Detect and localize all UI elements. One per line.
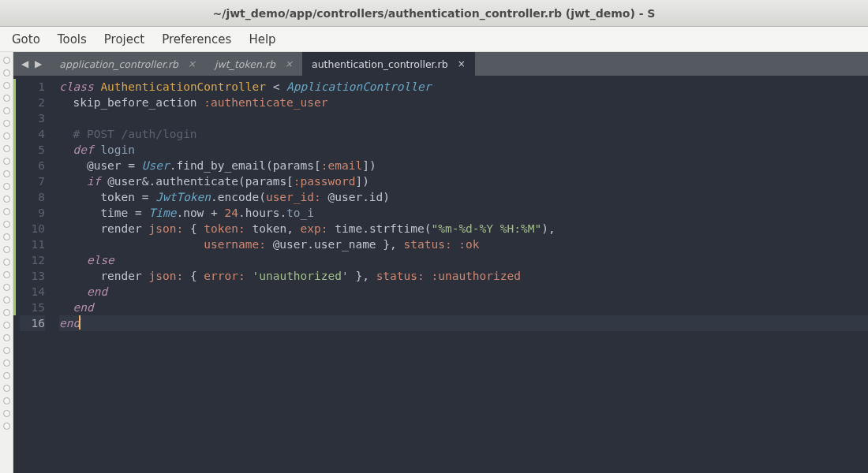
- fold-marker-icon[interactable]: [3, 221, 10, 228]
- line-number: 1: [20, 79, 45, 95]
- close-icon[interactable]: ×: [188, 58, 196, 69]
- code-line[interactable]: token = JwtToken.encode(user_id: @user.i…: [59, 189, 868, 205]
- line-number: 2: [20, 95, 45, 110]
- line-number: 12: [20, 252, 45, 268]
- fold-marker-icon[interactable]: [3, 284, 10, 291]
- fold-marker-icon[interactable]: [3, 410, 10, 417]
- code-line[interactable]: def login: [59, 142, 868, 158]
- line-number: 8: [20, 189, 45, 205]
- line-number: 9: [20, 205, 45, 221]
- line-number: 15: [20, 300, 45, 315]
- fold-marker-icon[interactable]: [3, 334, 10, 341]
- code-line[interactable]: skip_before_action :authenticate_user: [59, 95, 868, 110]
- menu-bar: Goto Tools Project Preferences Help: [0, 27, 868, 52]
- line-number: 5: [20, 142, 45, 158]
- code-line[interactable]: else: [59, 252, 868, 268]
- fold-marker-icon[interactable]: [3, 359, 10, 367]
- change-marker-stripe: [13, 76, 20, 473]
- code-line[interactable]: if @user&.authenticate(params[:password]…: [59, 173, 868, 189]
- line-number: 3: [20, 110, 45, 126]
- fold-marker-icon[interactable]: [3, 296, 10, 304]
- code-line[interactable]: end: [59, 315, 868, 331]
- menu-help[interactable]: Help: [249, 32, 275, 47]
- fold-marker-icon[interactable]: [3, 246, 10, 253]
- fold-marker-icon[interactable]: [3, 107, 10, 114]
- menu-goto[interactable]: Goto: [12, 32, 40, 47]
- menu-preferences[interactable]: Preferences: [162, 32, 231, 47]
- menu-tools[interactable]: Tools: [58, 32, 87, 47]
- fold-marker-icon[interactable]: [3, 397, 10, 404]
- fold-marker-icon[interactable]: [3, 82, 10, 89]
- close-icon[interactable]: ×: [285, 58, 293, 69]
- window-titlebar: ~/jwt_demo/app/controllers/authenticatio…: [0, 0, 868, 27]
- code-line[interactable]: end: [59, 284, 868, 300]
- tab-application-controller[interactable]: application_controller.rb ×: [50, 52, 205, 76]
- editor-container: ◀ ▶ application_controller.rb × jwt_toke…: [13, 52, 868, 473]
- fold-marker-icon[interactable]: [3, 208, 10, 215]
- code-content[interactable]: class AuthenticationController < Applica…: [51, 76, 868, 473]
- line-number: 14: [20, 284, 45, 300]
- line-number: 7: [20, 173, 45, 189]
- line-number: 10: [20, 221, 45, 236]
- fold-marker-icon[interactable]: [3, 372, 10, 379]
- fold-marker-icon[interactable]: [3, 69, 10, 76]
- fold-marker-icon[interactable]: [3, 259, 10, 266]
- tab-jwt-token[interactable]: jwt_token.rb ×: [205, 52, 302, 76]
- line-number: 13: [20, 268, 45, 284]
- fold-marker-icon[interactable]: [3, 170, 10, 177]
- tab-label: application_controller.rb: [59, 58, 178, 70]
- code-line[interactable]: render json: { error: 'unauthorized' }, …: [59, 268, 868, 284]
- window-title: ~/jwt_demo/app/controllers/authenticatio…: [213, 7, 656, 20]
- tab-authentication-controller[interactable]: authentication_controller.rb ×: [302, 52, 475, 76]
- code-editor[interactable]: 12345678910111213141516 class Authentica…: [13, 76, 868, 473]
- fold-marker-icon[interactable]: [3, 309, 10, 316]
- fold-gutter: [0, 52, 13, 473]
- line-number: 4: [20, 126, 45, 142]
- tab-strip: ◀ ▶ application_controller.rb × jwt_toke…: [13, 52, 868, 76]
- code-line[interactable]: render json: { token: token, exp: time.s…: [59, 221, 868, 236]
- code-line[interactable]: time = Time.now + 24.hours.to_i: [59, 205, 868, 221]
- code-line[interactable]: class AuthenticationController < Applica…: [59, 79, 868, 95]
- menu-project[interactable]: Project: [104, 32, 144, 47]
- line-number: 11: [20, 236, 45, 252]
- line-number: 16: [20, 315, 45, 331]
- close-icon[interactable]: ×: [458, 58, 466, 69]
- tab-label: authentication_controller.rb: [312, 58, 448, 70]
- tab-nav-arrows[interactable]: ◀ ▶: [18, 52, 50, 76]
- fold-marker-icon[interactable]: [3, 385, 10, 392]
- fold-marker-icon[interactable]: [3, 132, 10, 140]
- fold-marker-icon[interactable]: [3, 95, 10, 102]
- fold-marker-icon[interactable]: [3, 57, 10, 64]
- fold-marker-icon[interactable]: [3, 233, 10, 240]
- fold-marker-icon[interactable]: [3, 183, 10, 190]
- line-number: 6: [20, 158, 45, 173]
- tab-label: jwt_token.rb: [215, 58, 275, 70]
- fold-marker-icon[interactable]: [3, 322, 10, 329]
- fold-marker-icon[interactable]: [3, 196, 10, 203]
- fold-marker-icon[interactable]: [3, 158, 10, 165]
- fold-marker-icon[interactable]: [3, 271, 10, 278]
- fold-marker-icon[interactable]: [3, 347, 10, 354]
- code-line[interactable]: @user = User.find_by_email(params[:email…: [59, 158, 868, 173]
- text-cursor: [79, 315, 80, 330]
- code-line[interactable]: # POST /auth/login: [59, 126, 868, 142]
- fold-marker-icon[interactable]: [3, 145, 10, 152]
- code-line[interactable]: [59, 110, 868, 126]
- fold-marker-icon[interactable]: [3, 423, 10, 430]
- code-line[interactable]: username: @user.user_name }, status: :ok: [59, 236, 868, 252]
- fold-marker-icon[interactable]: [3, 120, 10, 127]
- line-number-gutter: 12345678910111213141516: [20, 76, 51, 473]
- code-line[interactable]: end: [59, 300, 868, 315]
